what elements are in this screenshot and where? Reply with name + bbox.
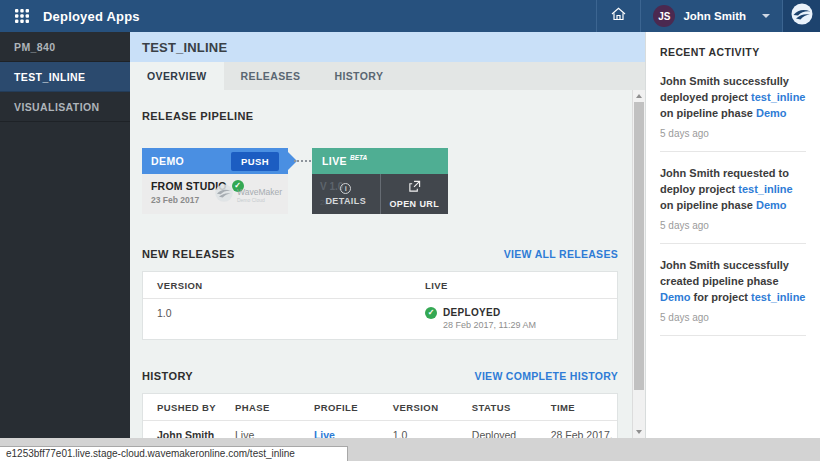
app-title: Deployed Apps — [43, 9, 140, 24]
project-link[interactable]: test_inline — [751, 291, 805, 303]
live-phase-name: LIVE — [322, 155, 347, 167]
sidebar-item-pm-840[interactable]: PM_840 — [0, 32, 130, 62]
scrollbar-thumb[interactable] — [634, 102, 644, 390]
demo-phase-name: DEMO — [151, 155, 184, 167]
history-table-header: PUSHED BY PHASE PROFILE VERSION STATUS T… — [143, 394, 617, 421]
deployed-time: 28 Feb 2017, 11:29 AM — [443, 320, 536, 330]
activity-text-part: for project — [691, 291, 752, 303]
column-live: LIVE — [425, 280, 617, 291]
activity-text-part: on pipeline phase — [660, 199, 756, 211]
list-item: John Smith successfully deployed project… — [660, 60, 806, 152]
sidebar-item-test-inline[interactable]: TEST_INLINE — [0, 62, 130, 92]
history-table: PUSHED BY PHASE PROFILE VERSION STATUS T… — [142, 393, 618, 438]
deployed-status: ✓ DEPLOYED 28 Feb 2017, 11:29 AM — [425, 307, 617, 330]
topbar-left: Deployed Apps — [0, 8, 140, 24]
wavemaker-watermark-icon — [214, 183, 234, 207]
live-card-body: V 1.0 28 Feb 2 i DETAILS OPEN URL — [312, 174, 448, 214]
demo-card-header: DEMO PUSH — [142, 148, 288, 174]
release-pipeline-title: RELEASE PIPELINE — [142, 110, 254, 122]
history-phase: Live — [222, 429, 301, 438]
home-icon — [610, 6, 627, 26]
table-row: John Smith Live Live 1.0 Deployed 28 Feb… — [143, 421, 617, 438]
main-content: TEST_INLINE OVERVIEW RELEASES HISTORY RE… — [130, 32, 645, 438]
topbar: Deployed Apps JS John Smith — [0, 0, 820, 32]
push-button[interactable]: PUSH — [231, 152, 279, 171]
deployed-label: DEPLOYED — [443, 307, 536, 318]
column-time: TIME — [538, 402, 617, 413]
release-version: 1.0 — [143, 307, 425, 319]
history-pushed-by: John Smith — [143, 429, 222, 438]
watermark-text: WaveMaker Demo Cloud — [237, 187, 282, 203]
list-item: John Smith requested to deploy project t… — [660, 152, 806, 244]
avatar: JS — [653, 5, 675, 27]
activity-text-part: John Smith successfully created pipeline… — [660, 259, 789, 287]
release-live-status: ✓ DEPLOYED 28 Feb 2017, 11:29 AM — [425, 307, 617, 330]
tab-history[interactable]: HISTORY — [317, 62, 400, 90]
column-phase: PHASE — [222, 402, 301, 413]
live-card-header: LIVEBETA — [312, 148, 448, 174]
history-version: 1.0 — [380, 429, 459, 438]
home-button[interactable] — [596, 0, 640, 32]
new-releases-title: NEW RELEASES — [142, 248, 235, 260]
recent-activity-title: RECENT ACTIVITY — [660, 46, 806, 58]
release-pipeline-header: RELEASE PIPELINE — [142, 110, 618, 122]
details-button[interactable]: i DETAILS — [312, 174, 381, 214]
column-pushed-by: PUSHED BY — [143, 402, 222, 413]
column-profile: PROFILE — [301, 402, 380, 413]
project-link[interactable]: test_inline — [751, 91, 805, 103]
deployed-texts: DEPLOYED 28 Feb 2017, 11:29 AM — [443, 307, 536, 330]
info-icon: i — [340, 183, 351, 194]
view-all-releases-link[interactable]: VIEW ALL RELEASES — [504, 248, 618, 260]
activity-timestamp: 5 days ago — [660, 312, 806, 323]
column-version: VERSION — [143, 280, 425, 291]
activity-timestamp: 5 days ago — [660, 220, 806, 231]
page-title-band: TEST_INLINE — [130, 32, 645, 62]
phase-link[interactable]: Demo — [756, 107, 787, 119]
external-link-icon — [408, 179, 421, 197]
details-label: DETAILS — [325, 196, 366, 206]
watermark-brand-sub: Demo Cloud — [237, 197, 282, 203]
view-complete-history-link[interactable]: VIEW COMPLETE HISTORY — [475, 370, 618, 382]
tab-overview[interactable]: OVERVIEW — [130, 62, 224, 90]
new-releases-table: VERSION LIVE 1.0 ✓ DEPLOYED 28 Feb 2017,… — [142, 271, 618, 340]
activity-text: John Smith successfully deployed project… — [660, 73, 806, 121]
scrollbar-down-arrow[interactable] — [633, 426, 645, 438]
app-launcher-icon[interactable] — [14, 8, 30, 24]
history-status: Deployed — [459, 429, 538, 438]
watermark-brand: WaveMaker — [237, 187, 282, 197]
history-title: HISTORY — [142, 370, 193, 382]
history-profile-link[interactable]: Live — [314, 429, 335, 438]
page-title: TEST_INLINE — [142, 40, 227, 55]
browser-status-url: e1253bff77e01.live.stage-cloud.wavemaker… — [0, 446, 348, 461]
activity-text: John Smith successfully created pipeline… — [660, 257, 806, 305]
beta-badge: BETA — [350, 154, 367, 161]
wavemaker-logo-icon — [790, 2, 814, 30]
sidebar: PM_840 TEST_INLINE VISUALISATION — [0, 32, 130, 438]
topbar-right: JS John Smith — [596, 0, 820, 32]
list-item: John Smith successfully created pipeline… — [660, 244, 806, 336]
main-scrollbar[interactable] — [632, 90, 645, 438]
open-url-button[interactable]: OPEN URL — [381, 174, 449, 214]
column-status: STATUS — [459, 402, 538, 413]
success-check-icon: ✓ — [425, 307, 437, 319]
live-phase-card: LIVEBETA V 1.0 28 Feb 2 i DETAILS — [312, 148, 448, 214]
demo-phase-card: DEMO PUSH FROM STUDIO ✓ 23 Feb 2017 — [142, 148, 288, 214]
tab-releases[interactable]: RELEASES — [224, 62, 318, 90]
user-menu[interactable]: JS John Smith — [640, 0, 782, 32]
activity-text-part: on pipeline phase — [660, 107, 756, 119]
demo-card-body: FROM STUDIO ✓ 23 Feb 2017 — [142, 174, 288, 214]
activity-text: John Smith requested to deploy project t… — [660, 165, 806, 213]
scrollbar-up-arrow[interactable] — [633, 90, 645, 102]
sidebar-item-visualisation[interactable]: VISUALISATION — [0, 92, 130, 122]
history-header: HISTORY VIEW COMPLETE HISTORY — [142, 370, 618, 382]
phase-link[interactable]: Demo — [756, 199, 787, 211]
project-link[interactable]: test_inline — [738, 183, 792, 195]
pipeline-cards: DEMO PUSH FROM STUDIO ✓ 23 Feb 2017 — [142, 148, 618, 214]
activity-timestamp: 5 days ago — [660, 128, 806, 139]
column-version: VERSION — [380, 402, 459, 413]
user-name: John Smith — [683, 10, 746, 22]
tab-bar: OVERVIEW RELEASES HISTORY — [130, 62, 645, 90]
new-releases-table-header: VERSION LIVE — [143, 272, 617, 299]
table-row: 1.0 ✓ DEPLOYED 28 Feb 2017, 11:29 AM — [143, 299, 617, 339]
phase-link[interactable]: Demo — [660, 291, 691, 303]
